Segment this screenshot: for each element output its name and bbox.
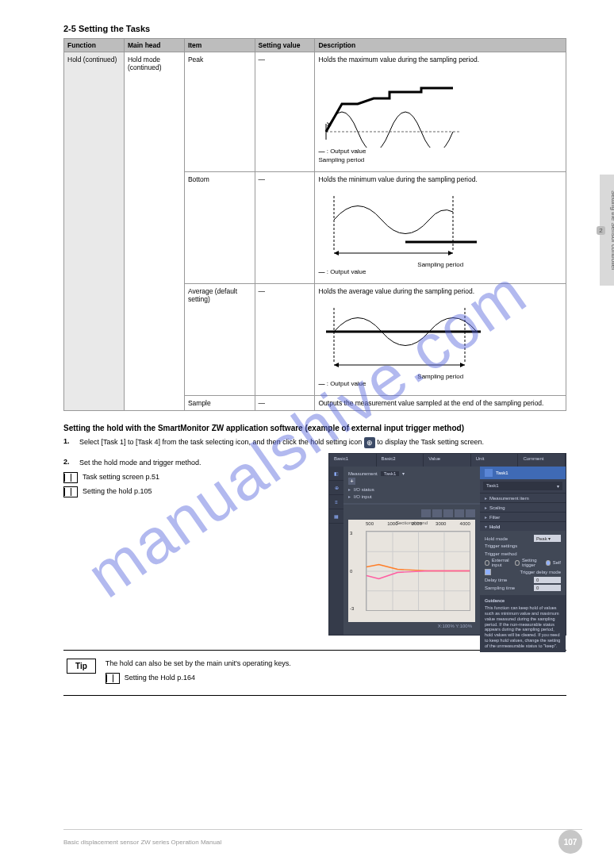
ref-text: Setting the hold p.105	[83, 486, 152, 496]
book-icon	[106, 673, 120, 684]
book-icon	[63, 486, 78, 497]
th-value: Setting value	[255, 39, 315, 52]
ref-2: Setting the hold p.105	[63, 486, 317, 497]
book-icon	[63, 472, 78, 483]
svg-marker-8	[448, 251, 453, 255]
step1-text-b: to display the Task setting screen.	[377, 438, 484, 446]
tip-ref: Setting the Hold p.164	[125, 673, 195, 682]
cell-item: Bottom	[184, 172, 255, 284]
cell-function: Hold (continued)	[64, 52, 125, 411]
step-2: 2. Set the hold mode and trigger method.	[63, 458, 317, 467]
bottom-diagram	[318, 188, 485, 259]
desc-text: Outputs the measurement value sampled at…	[318, 399, 562, 407]
delay-input[interactable]: 0	[534, 577, 561, 583]
sw-col-headers: Basic1 Basic2 Value Unit Comment	[329, 454, 566, 467]
tool-icon[interactable]: ◧	[329, 467, 343, 481]
sw-chart-panel: Sectional trend 500 1000 2000 3000 4000 …	[343, 505, 480, 635]
cell-desc: Holds the minimum value during the sampl…	[315, 172, 566, 284]
sw-tree[interactable]: Measurement Task1 ▾ + ▸I/O status ▸I/O i…	[343, 467, 480, 503]
section-scaling[interactable]: ▸Scaling	[480, 502, 566, 512]
desc-text: Holds the maximum value during the sampl…	[318, 56, 562, 63]
cell-mainhead: Hold mode (continued)	[124, 52, 184, 411]
tool-icon[interactable]: ▦	[329, 509, 343, 524]
sampling-input[interactable]: 0	[534, 585, 561, 591]
cell-desc: Outputs the measurement value sampled at…	[315, 396, 566, 411]
svg-text:✕: ✕	[326, 121, 332, 129]
cell-item: Average (default setting)	[184, 284, 255, 396]
step-num: 1.	[63, 437, 75, 448]
desc-text: Holds the minimum value during the sampl…	[318, 175, 562, 183]
plus-icon[interactable]: +	[348, 478, 355, 485]
cell-item: Sample	[184, 396, 255, 411]
tool-icon[interactable]: ⊕	[329, 481, 343, 495]
guidance-panel: Guidance This function can keep hold of …	[480, 595, 566, 652]
svg-marker-14	[460, 363, 465, 367]
step2-text: Set the hold mode and trigger method.	[79, 458, 201, 467]
th-desc: Description	[315, 39, 566, 52]
sw-right-panel: Task1 Task1▾ ▸Measurement item ▸Scaling …	[480, 467, 566, 635]
trigger-radios[interactable]: External input Setting trigger Self	[485, 558, 561, 567]
page-footer: Basic displacement sensor ZW series Oper…	[0, 830, 614, 854]
average-diagram	[318, 300, 485, 371]
hold-mode-select[interactable]: Peak ▾	[534, 535, 561, 542]
cell-value: —	[255, 396, 315, 411]
diag-sampling-label: Sampling period	[318, 373, 562, 380]
tip-box: Tip The hold can also be set by the main…	[63, 650, 566, 696]
section-measurement[interactable]: ▸Measurement item	[480, 493, 566, 502]
page-number: 107	[558, 830, 582, 854]
diag-output-label: — : Output value	[318, 380, 562, 387]
step-num: 2.	[63, 458, 75, 467]
ref-1: Task setting screen p.51	[63, 472, 317, 483]
th-mainhead: Main head	[124, 39, 184, 52]
diag-output-label: — : Output value	[318, 148, 562, 155]
section-filter[interactable]: ▸Filter	[480, 512, 566, 521]
app-heading: Setting the hold with the SmartMonitor Z…	[63, 424, 566, 432]
th-function: Function	[64, 39, 125, 52]
settings-table: Function Main head Item Setting value De…	[63, 38, 566, 411]
section-title: 2-5 Setting the Tasks	[63, 24, 566, 33]
delay-check-row[interactable]: Trigger delay mode	[485, 569, 561, 575]
step-1: 1. Select [Task 1] to [Task 4] from the …	[63, 437, 566, 448]
diag-output-label: — : Output value	[318, 268, 562, 275]
desc-text: Holds the average value during the sampl…	[318, 287, 562, 295]
software-screenshot: Basic1 Basic2 Value Unit Comment ◧ ⊕ ≡ ▦	[328, 453, 566, 636]
tip-text: The hold can also be set by the main uni…	[106, 659, 291, 668]
chart-lines	[366, 532, 470, 610]
task-dropdown[interactable]: Task1▾	[483, 482, 562, 490]
sw-chart-footer: X:100% Y:100%	[348, 622, 475, 630]
cell-item: Peak	[184, 52, 255, 172]
hold-mode-row: Hold mode Peak ▾	[485, 535, 561, 542]
svg-marker-7	[334, 251, 339, 255]
step1-text-a: Select [Task 1] to [Task 4] from the tas…	[79, 438, 364, 446]
hold-setting-icon[interactable]: ⊕	[364, 437, 375, 448]
cell-value: —	[255, 284, 315, 396]
task-tab[interactable]: Task1	[480, 467, 566, 479]
sw-left-toolbar[interactable]: ◧ ⊕ ≡ ▦	[329, 467, 343, 635]
ref-text: Task setting screen p.51	[83, 472, 159, 482]
cell-value: —	[255, 52, 315, 172]
svg-marker-13	[334, 363, 339, 367]
cell-desc: Holds the average value during the sampl…	[315, 284, 566, 396]
tool-icon[interactable]: ≡	[329, 495, 343, 509]
sw-chart-controls[interactable]	[348, 509, 475, 517]
section-hold[interactable]: ▾Hold	[480, 521, 566, 531]
peak-diagram: ✕	[318, 68, 477, 148]
cell-value: —	[255, 172, 315, 284]
sw-chart-area: Sectional trend 500 1000 2000 3000 4000 …	[348, 520, 475, 622]
th-item: Item	[184, 39, 255, 52]
diag-sampling-label: Sampling period	[318, 261, 562, 268]
tip-label: Tip	[67, 659, 96, 674]
book-title: Basic displacement sensor ZW series Oper…	[63, 839, 221, 846]
diag-sampling-label: Sampling period	[318, 156, 562, 163]
cell-desc: Holds the maximum value during the sampl…	[315, 52, 566, 172]
